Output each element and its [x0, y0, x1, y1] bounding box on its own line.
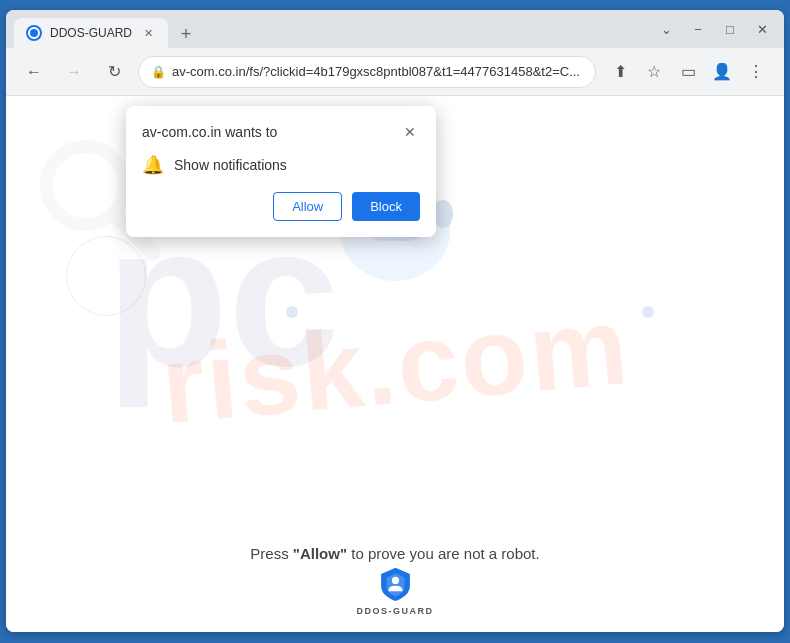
more-button[interactable]: ⋮	[740, 56, 772, 88]
maximize-button[interactable]: □	[716, 15, 744, 43]
forward-button[interactable]: →	[58, 56, 90, 88]
notification-popup: av-com.co.in wants to ✕ 🔔 Show notificat…	[126, 106, 436, 237]
webpage-content: pc risk.com	[6, 96, 784, 632]
browser-window: DDOS-GUARD ✕ + ⌄ − □ ✕ ← → ↻ 🔒 av-com.co…	[6, 10, 784, 632]
popup-title: av-com.co.in wants to	[142, 124, 277, 140]
caption-post: to prove you are not a robot.	[347, 545, 540, 562]
nav-actions: ⬆ ☆ ▭ 👤 ⋮	[604, 56, 772, 88]
close-button[interactable]: ✕	[748, 15, 776, 43]
tab-title: DDOS-GUARD	[50, 26, 132, 40]
svg-point-12	[391, 577, 398, 584]
new-tab-button[interactable]: +	[172, 20, 200, 48]
address-bar[interactable]: 🔒 av-com.co.in/fs/?clickid=4b179gxsc8pnt…	[138, 56, 596, 88]
window-controls: ⌄ − □ ✕	[661, 15, 776, 43]
popup-row-text: Show notifications	[174, 157, 287, 173]
title-bar: DDOS-GUARD ✕ + ⌄ − □ ✕	[6, 10, 784, 48]
bell-icon: 🔔	[142, 154, 164, 176]
tab-strip: DDOS-GUARD ✕ +	[14, 10, 661, 48]
circle-decoration-1	[66, 236, 146, 316]
allow-button[interactable]: Allow	[273, 192, 342, 221]
block-button[interactable]: Block	[352, 192, 420, 221]
popup-actions: Allow Block	[142, 192, 420, 221]
lock-icon: 🔒	[151, 65, 166, 79]
minimize-button[interactable]: −	[684, 15, 712, 43]
tab-control-icon[interactable]: ⌄	[661, 22, 672, 37]
tab-favicon	[26, 25, 42, 41]
footer-label-text: DDOS-GUARD	[357, 606, 434, 616]
user-button[interactable]: 👤	[706, 56, 738, 88]
url-text: av-com.co.in/fs/?clickid=4b179gxsc8pntbl…	[172, 64, 583, 79]
circle-decoration-3	[642, 306, 654, 318]
tab-close-button[interactable]: ✕	[140, 25, 156, 41]
navigation-bar: ← → ↻ 🔒 av-com.co.in/fs/?clickid=4b179gx…	[6, 48, 784, 96]
back-button[interactable]: ←	[18, 56, 50, 88]
refresh-button[interactable]: ↻	[98, 56, 130, 88]
active-tab[interactable]: DDOS-GUARD ✕	[14, 18, 168, 48]
svg-point-11	[433, 200, 453, 228]
circle-decoration-2	[286, 306, 298, 318]
caption-bold: "Allow"	[293, 545, 347, 562]
watermark-text: risk.com	[156, 280, 634, 447]
share-button[interactable]: ⬆	[604, 56, 636, 88]
popup-header: av-com.co.in wants to ✕	[142, 122, 420, 142]
sidebar-button[interactable]: ▭	[672, 56, 704, 88]
caption-pre: Press	[250, 545, 293, 562]
footer-logo: DDOS-GUARD	[357, 566, 434, 616]
robot-caption: Press "Allow" to prove you are not a rob…	[250, 545, 539, 562]
bookmark-button[interactable]: ☆	[638, 56, 670, 88]
popup-close-button[interactable]: ✕	[400, 122, 420, 142]
ddos-guard-shield	[377, 566, 413, 602]
popup-notification-row: 🔔 Show notifications	[142, 154, 420, 176]
